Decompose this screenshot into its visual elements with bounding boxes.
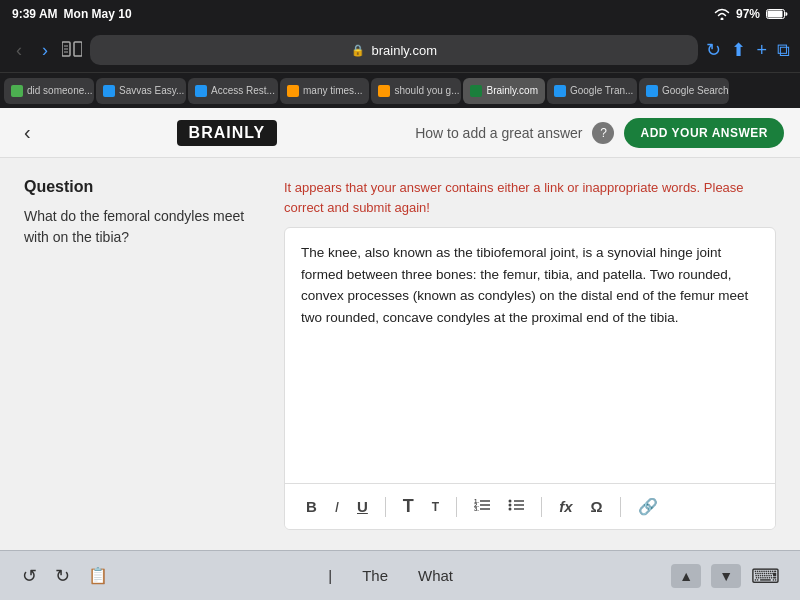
date: Mon May 10	[64, 7, 132, 21]
toolbar-separator-3	[541, 497, 542, 517]
svg-point-18	[509, 508, 512, 511]
url-bar[interactable]: 🔒 brainly.com	[90, 35, 698, 65]
help-button[interactable]: ?	[592, 122, 614, 144]
arrow-up-button[interactable]: ▲	[671, 564, 701, 588]
svg-rect-3	[74, 42, 82, 56]
arrow-down-button[interactable]: ▼	[711, 564, 741, 588]
nav-right: How to add a great answer ? ADD YOUR ANS…	[415, 118, 784, 148]
share-button[interactable]: ⬆	[731, 39, 746, 61]
main-content: Question What do the femoral condyles me…	[0, 158, 800, 550]
refresh-button[interactable]: ↻	[706, 39, 721, 61]
link-button[interactable]: 🔗	[631, 493, 665, 520]
svg-point-17	[509, 504, 512, 507]
battery-percentage: 97%	[736, 7, 760, 21]
tab-brainly[interactable]: Brainly.com	[463, 78, 545, 104]
nav-bar: ‹ BRAINLY How to add a great answer ? AD…	[0, 108, 800, 158]
reader-button[interactable]	[62, 41, 82, 60]
keyboard-word-what[interactable]: What	[418, 567, 453, 584]
svg-point-16	[509, 500, 512, 503]
redo-button[interactable]: ↻	[53, 563, 72, 589]
tab-favicon	[11, 85, 23, 97]
paste-button[interactable]: 📋	[86, 564, 110, 587]
tab-favicon	[195, 85, 207, 97]
status-bar: 9:39 AM Mon May 10 97%	[0, 0, 800, 28]
svg-text:3.: 3.	[474, 506, 479, 512]
italic-button[interactable]: I	[328, 494, 346, 519]
text-large-button[interactable]: T	[396, 492, 421, 521]
undo-button[interactable]: ↺	[20, 563, 39, 589]
tabs-button[interactable]: ⧉	[777, 40, 790, 61]
keyboard-bar: ↺ ↻ 📋 | The What ▲ ▼ ⌨	[0, 550, 800, 600]
tab-access[interactable]: Access Rest...	[188, 78, 278, 104]
keyboard-bar-right: ▲ ▼ ⌨	[671, 564, 780, 588]
tab-label: Google Tran...	[570, 85, 633, 96]
keyboard-word-cursor: |	[328, 567, 332, 584]
bold-button[interactable]: B	[299, 494, 324, 519]
tab-label: Access Rest...	[211, 85, 275, 96]
keyboard-bar-center: | The What	[328, 567, 453, 584]
editor-content[interactable]: The knee, also known as the tibiofemoral…	[285, 228, 775, 483]
toolbar-separator-2	[456, 497, 457, 517]
tab-label: Savvas Easy...	[119, 85, 184, 96]
tab-favicon	[646, 85, 658, 97]
help-icon: ?	[600, 126, 607, 140]
right-panel: It appears that your answer contains eit…	[284, 178, 776, 530]
page-back-button[interactable]: ‹	[16, 117, 39, 148]
tab-favicon	[378, 85, 390, 97]
tab-many-times[interactable]: many times...	[280, 78, 369, 104]
tab-favicon	[287, 85, 299, 97]
lock-icon: 🔒	[351, 44, 365, 57]
editor-toolbar: B I U T T 1. 2. 3.	[285, 483, 775, 529]
new-tab-button[interactable]: +	[756, 40, 767, 61]
url-text: brainly.com	[371, 43, 437, 58]
tab-label: did someone...	[27, 85, 93, 96]
back-button[interactable]: ‹	[10, 38, 28, 63]
unordered-list-button[interactable]	[501, 494, 531, 519]
keyboard-word-the[interactable]: The	[362, 567, 388, 584]
svg-rect-1	[768, 11, 783, 18]
toolbar-separator-1	[385, 497, 386, 517]
add-answer-button[interactable]: ADD YOUR ANSWER	[624, 118, 784, 148]
tab-favicon	[103, 85, 115, 97]
help-text: How to add a great answer	[415, 125, 582, 141]
tab-did-someone[interactable]: did someone...	[4, 78, 94, 104]
tab-bar: did someone... Savvas Easy... Access Res…	[0, 72, 800, 108]
status-left: 9:39 AM Mon May 10	[12, 7, 132, 21]
keyboard-hide-button[interactable]: ⌨	[751, 564, 780, 588]
wifi-icon	[714, 8, 730, 20]
tab-google-search[interactable]: Google Search	[639, 78, 729, 104]
tab-label: Brainly.com	[486, 85, 538, 96]
text-small-button[interactable]: T	[425, 496, 446, 518]
tab-label: Google Search	[662, 85, 729, 96]
tab-label: should you g...	[394, 85, 459, 96]
tab-google-translate[interactable]: Google Tran...	[547, 78, 637, 104]
toolbar-separator-4	[620, 497, 621, 517]
ordered-list-button[interactable]: 1. 2. 3.	[467, 494, 497, 519]
tab-favicon	[470, 85, 482, 97]
battery-icon	[766, 8, 788, 20]
keyboard-bar-left: ↺ ↻ 📋	[20, 563, 110, 589]
editor-container[interactable]: The knee, also known as the tibiofemoral…	[284, 227, 776, 530]
status-right: 97%	[714, 7, 788, 21]
browser-chrome: ‹ › 🔒 brainly.com ↻ ⬆ + ⧉	[0, 28, 800, 72]
underline-button[interactable]: U	[350, 494, 375, 519]
left-panel: Question What do the femoral condyles me…	[24, 178, 264, 530]
tab-should-you[interactable]: should you g...	[371, 78, 461, 104]
tab-favicon	[554, 85, 566, 97]
tab-savvas[interactable]: Savvas Easy...	[96, 78, 186, 104]
time: 9:39 AM	[12, 7, 58, 21]
question-text: What do the femoral condyles meet with o…	[24, 206, 264, 248]
math-button[interactable]: fx	[552, 494, 579, 519]
omega-button[interactable]: Ω	[584, 494, 610, 519]
error-message: It appears that your answer contains eit…	[284, 178, 776, 217]
forward-button[interactable]: ›	[36, 38, 54, 63]
brainly-logo: BRAINLY	[177, 120, 278, 146]
browser-actions: ↻ ⬆ + ⧉	[706, 39, 790, 61]
tab-label: many times...	[303, 85, 362, 96]
question-label: Question	[24, 178, 264, 196]
